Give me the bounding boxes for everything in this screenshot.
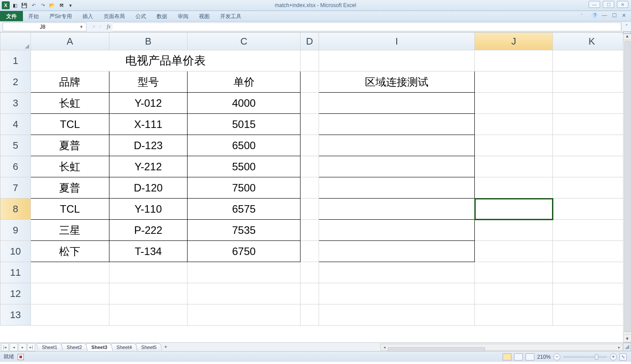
cell-B9[interactable]: P-222 bbox=[109, 220, 187, 241]
cell-C5[interactable]: 6500 bbox=[188, 135, 300, 156]
tools-icon[interactable]: 🛠 bbox=[57, 1, 65, 9]
cell-J12[interactable] bbox=[475, 283, 553, 304]
cell-J2[interactable] bbox=[475, 71, 553, 93]
row-header-8[interactable]: 8 bbox=[0, 199, 31, 220]
col-header-K[interactable]: K bbox=[553, 33, 631, 50]
cell-B10[interactable]: T-134 bbox=[109, 241, 187, 262]
cell-A10[interactable]: 松下 bbox=[31, 241, 109, 262]
cell-B2[interactable]: 型号 bbox=[109, 71, 187, 93]
name-box-dropdown-icon[interactable]: ▼ bbox=[79, 25, 83, 29]
fx-icon[interactable]: fx bbox=[105, 23, 113, 30]
col-header-D[interactable]: D bbox=[300, 33, 319, 50]
cell-K2[interactable] bbox=[553, 71, 631, 93]
ribbon-tab-review[interactable]: 审阅 bbox=[173, 11, 194, 21]
cell-C13[interactable] bbox=[188, 304, 300, 326]
zoom-in-button[interactable]: + bbox=[610, 353, 617, 360]
zoom-level-label[interactable]: 210% bbox=[537, 354, 551, 360]
cell-I8[interactable] bbox=[319, 199, 475, 220]
row-header-4[interactable]: 4 bbox=[0, 114, 31, 135]
zoom-out-button[interactable]: − bbox=[553, 353, 560, 360]
cell-K6[interactable] bbox=[553, 156, 631, 177]
scroll-down-icon[interactable]: ▼ bbox=[623, 334, 631, 342]
cell-A8[interactable]: TCL bbox=[31, 199, 109, 220]
formula-input[interactable] bbox=[113, 23, 621, 31]
window-maximize-button[interactable]: ☐ bbox=[603, 1, 614, 8]
cell-C9[interactable]: 7535 bbox=[188, 220, 300, 241]
scroll-left-icon[interactable]: ◂ bbox=[381, 345, 388, 349]
row-header-7[interactable]: 7 bbox=[0, 177, 31, 199]
cell-J1[interactable] bbox=[475, 50, 553, 71]
sheet-tab-sheet4[interactable]: Sheet4 bbox=[111, 343, 137, 351]
excel-icon[interactable]: X bbox=[2, 1, 10, 9]
cell-C3[interactable]: 4000 bbox=[188, 93, 300, 114]
ribbon-tab-view[interactable]: 视图 bbox=[194, 11, 215, 21]
cell-I12[interactable] bbox=[319, 283, 475, 304]
formula-bar-expand-icon[interactable]: ˅ bbox=[621, 23, 631, 31]
row-header-10[interactable]: 10 bbox=[0, 241, 31, 262]
open-icon[interactable]: 📂 bbox=[48, 1, 56, 9]
cell-D1[interactable] bbox=[300, 50, 319, 71]
horizontal-scrollbar[interactable]: ◂ ▸ bbox=[380, 344, 623, 351]
cell-K4[interactable] bbox=[553, 114, 631, 135]
cell-A13[interactable] bbox=[31, 304, 109, 326]
cell-C12[interactable] bbox=[188, 283, 300, 304]
cell-A6[interactable]: 长虹 bbox=[31, 156, 109, 177]
cell-B4[interactable]: X-111 bbox=[109, 114, 187, 135]
cell-D2[interactable] bbox=[300, 71, 319, 93]
col-header-A[interactable]: A bbox=[31, 33, 109, 50]
cell-A5[interactable]: 夏普 bbox=[31, 135, 109, 156]
cell-A4[interactable]: TCL bbox=[31, 114, 109, 135]
cell-I2[interactable]: 区域连接测试 bbox=[319, 71, 475, 93]
row-header-5[interactable]: 5 bbox=[0, 135, 31, 156]
vertical-scrollbar[interactable]: ▲ ▼ bbox=[623, 32, 631, 342]
ribbon-tab-file[interactable]: 文件 bbox=[0, 11, 23, 21]
zoom-slider[interactable] bbox=[563, 356, 607, 358]
window-minimize-button[interactable]: — bbox=[589, 1, 600, 8]
vertical-split-handle[interactable] bbox=[623, 31, 631, 34]
row-header-9[interactable]: 9 bbox=[0, 220, 31, 241]
cell-A9[interactable]: 三星 bbox=[31, 220, 109, 241]
cell-A3[interactable]: 长虹 bbox=[31, 93, 109, 114]
cell-I4[interactable] bbox=[319, 114, 475, 135]
row-header-11[interactable]: 11 bbox=[0, 262, 31, 283]
cell-J4[interactable] bbox=[475, 114, 553, 135]
fullscreen-icon[interactable]: ⤡ bbox=[620, 353, 627, 360]
cell-D6[interactable] bbox=[300, 156, 319, 177]
cell-B8[interactable]: Y-110 bbox=[109, 199, 187, 220]
cell-I5[interactable] bbox=[319, 135, 475, 156]
cell-K13[interactable] bbox=[553, 304, 631, 326]
cell-D8[interactable] bbox=[300, 199, 319, 220]
cell-C2[interactable]: 单价 bbox=[188, 71, 300, 93]
cell-I10[interactable] bbox=[319, 241, 475, 262]
cell-B6[interactable]: Y-212 bbox=[109, 156, 187, 177]
select-all-corner[interactable] bbox=[0, 33, 31, 50]
cell-J13[interactable] bbox=[475, 304, 553, 326]
ribbon-tab-pagelayout[interactable]: 页面布局 bbox=[98, 11, 130, 21]
cell-B11[interactable] bbox=[109, 262, 187, 283]
cell-J6[interactable] bbox=[475, 156, 553, 177]
cell-A7[interactable]: 夏普 bbox=[31, 177, 109, 199]
cell-D13[interactable] bbox=[300, 304, 319, 326]
col-header-J[interactable]: J bbox=[475, 33, 553, 50]
cell-I9[interactable] bbox=[319, 220, 475, 241]
redo-icon[interactable]: ↷ bbox=[39, 1, 47, 9]
ribbon-tab-data[interactable]: 数据 bbox=[151, 11, 173, 21]
cell-B5[interactable]: D-123 bbox=[109, 135, 187, 156]
sheet-nav-last-icon[interactable]: ▸| bbox=[27, 343, 35, 351]
save-icon[interactable]: 💾 bbox=[20, 1, 28, 9]
cell-D9[interactable] bbox=[300, 220, 319, 241]
cell-J3[interactable] bbox=[475, 93, 553, 114]
cell-D4[interactable] bbox=[300, 114, 319, 135]
sheet-tab-sheet2[interactable]: Sheet2 bbox=[61, 343, 87, 351]
cell-D12[interactable] bbox=[300, 283, 319, 304]
cell-B3[interactable]: Y-012 bbox=[109, 93, 187, 114]
workbook-restore-button[interactable]: ☐ bbox=[611, 12, 618, 19]
cell-A12[interactable] bbox=[31, 283, 109, 304]
cell-A11[interactable] bbox=[31, 262, 109, 283]
cell-A1[interactable]: 电视产品单价表 bbox=[31, 50, 300, 71]
cell-K9[interactable] bbox=[553, 220, 631, 241]
name-box[interactable]: J8 ▼ bbox=[3, 23, 86, 31]
cell-I7[interactable] bbox=[319, 177, 475, 199]
cell-B13[interactable] bbox=[109, 304, 187, 326]
cell-C4[interactable]: 5015 bbox=[188, 114, 300, 135]
